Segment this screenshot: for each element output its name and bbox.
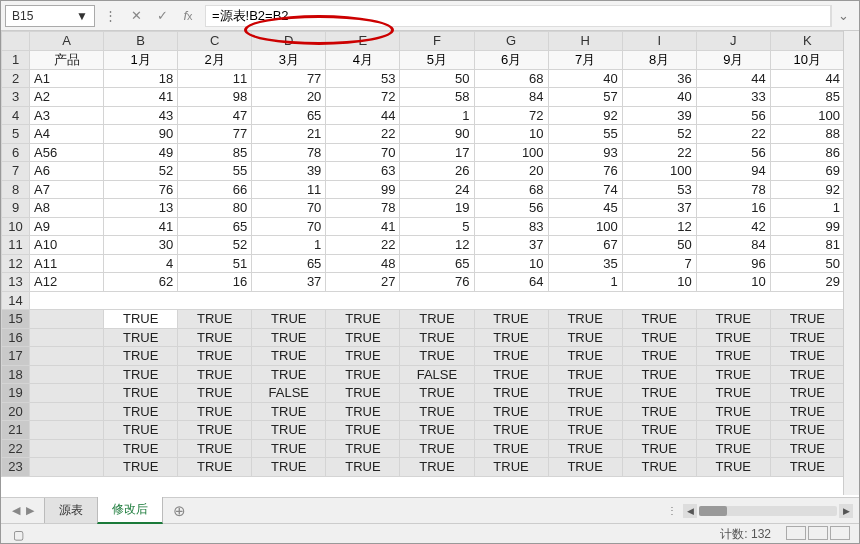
cell[interactable]: A7	[30, 180, 104, 199]
cell[interactable]: 10	[474, 254, 548, 273]
cell[interactable]: TRUE	[474, 365, 548, 384]
scroll-right-icon[interactable]: ▶	[839, 504, 853, 518]
cell[interactable]: 100	[474, 143, 548, 162]
row-header[interactable]: 3	[2, 88, 30, 107]
cell[interactable]: 12	[400, 236, 474, 255]
cell[interactable]: TRUE	[326, 347, 400, 366]
cell[interactable]: 22	[696, 125, 770, 144]
cell[interactable]: TRUE	[178, 384, 252, 403]
cell[interactable]: TRUE	[770, 421, 844, 440]
cell[interactable]: 8月	[622, 50, 696, 69]
cell[interactable]: 68	[474, 180, 548, 199]
chevron-right-icon[interactable]: ▶	[26, 504, 34, 517]
cell[interactable]: 98	[178, 88, 252, 107]
cell[interactable]: TRUE	[400, 384, 474, 403]
cell[interactable]: TRUE	[622, 384, 696, 403]
cell[interactable]: 26	[400, 162, 474, 181]
cell[interactable]: TRUE	[622, 365, 696, 384]
row-header[interactable]: 8	[2, 180, 30, 199]
cell[interactable]: TRUE	[622, 458, 696, 477]
cell[interactable]: TRUE	[548, 458, 622, 477]
cell[interactable]: TRUE	[326, 439, 400, 458]
cell[interactable]: TRUE	[770, 328, 844, 347]
cell[interactable]: TRUE	[474, 458, 548, 477]
enter-icon[interactable]: ✓	[151, 5, 173, 27]
cell[interactable]: TRUE	[548, 384, 622, 403]
cell[interactable]: 7	[622, 254, 696, 273]
cell[interactable]: 6月	[474, 50, 548, 69]
cell[interactable]: 76	[400, 273, 474, 292]
cell[interactable]: 88	[770, 125, 844, 144]
cell[interactable]: TRUE	[770, 402, 844, 421]
cell[interactable]: 22	[622, 143, 696, 162]
cell[interactable]: 52	[178, 236, 252, 255]
cell[interactable]: TRUE	[622, 402, 696, 421]
cell[interactable]: 77	[252, 69, 326, 88]
cell[interactable]: TRUE	[696, 365, 770, 384]
row-header[interactable]: 17	[2, 347, 30, 366]
cell[interactable]: A2	[30, 88, 104, 107]
cell[interactable]: TRUE	[474, 439, 548, 458]
cell[interactable]: TRUE	[178, 310, 252, 329]
cell[interactable]: 76	[548, 162, 622, 181]
cell[interactable]: 70	[326, 143, 400, 162]
cell[interactable]: 9月	[696, 50, 770, 69]
cell[interactable]: A4	[30, 125, 104, 144]
cell[interactable]: A12	[30, 273, 104, 292]
formula-input[interactable]: =源表!B2=B2	[205, 5, 831, 27]
cell[interactable]: 78	[696, 180, 770, 199]
col-header[interactable]: C	[178, 32, 252, 51]
cell[interactable]: 27	[326, 273, 400, 292]
cell[interactable]: 64	[474, 273, 548, 292]
cell[interactable]: 10	[474, 125, 548, 144]
cancel-icon[interactable]: ✕	[125, 5, 147, 27]
cell[interactable]: 67	[548, 236, 622, 255]
cell[interactable]: 100	[548, 217, 622, 236]
cell[interactable]: 57	[548, 88, 622, 107]
col-header[interactable]: J	[696, 32, 770, 51]
cell[interactable]: TRUE	[326, 328, 400, 347]
col-header[interactable]: H	[548, 32, 622, 51]
cell[interactable]: 产品	[30, 50, 104, 69]
cell[interactable]: 47	[178, 106, 252, 125]
cell[interactable]	[30, 291, 859, 310]
cell[interactable]: 69	[770, 162, 844, 181]
row-header[interactable]: 10	[2, 217, 30, 236]
cell[interactable]: TRUE	[622, 421, 696, 440]
cell[interactable]: TRUE	[696, 439, 770, 458]
cell[interactable]: 1	[548, 273, 622, 292]
cell[interactable]: 40	[548, 69, 622, 88]
cell[interactable]: 50	[770, 254, 844, 273]
cell[interactable]	[30, 384, 104, 403]
col-header[interactable]: I	[622, 32, 696, 51]
cell[interactable]: TRUE	[622, 347, 696, 366]
cell[interactable]: TRUE	[400, 458, 474, 477]
col-header[interactable]: E	[326, 32, 400, 51]
cell[interactable]: 53	[326, 69, 400, 88]
cell[interactable]	[30, 421, 104, 440]
scroll-thumb[interactable]	[699, 506, 727, 516]
cell[interactable]: 1	[252, 236, 326, 255]
cell[interactable]: 70	[252, 199, 326, 218]
cell[interactable]: TRUE	[252, 365, 326, 384]
cell[interactable]: 11	[178, 69, 252, 88]
cell[interactable]: 41	[104, 217, 178, 236]
cell[interactable]: 53	[622, 180, 696, 199]
cell[interactable]: 35	[548, 254, 622, 273]
cell[interactable]: 5	[400, 217, 474, 236]
row-header[interactable]: 20	[2, 402, 30, 421]
cell[interactable]: TRUE	[326, 421, 400, 440]
cell[interactable]: 10	[696, 273, 770, 292]
col-header[interactable]: F	[400, 32, 474, 51]
cell[interactable]: 30	[104, 236, 178, 255]
cell[interactable]	[30, 439, 104, 458]
view-buttons[interactable]	[785, 526, 851, 543]
cell[interactable]: 99	[770, 217, 844, 236]
cell[interactable]: TRUE	[178, 328, 252, 347]
cell[interactable]: TRUE	[104, 458, 178, 477]
cell[interactable]	[30, 328, 104, 347]
cell[interactable]: 65	[252, 106, 326, 125]
view-break-icon[interactable]	[830, 526, 850, 540]
cell[interactable]: TRUE	[696, 347, 770, 366]
row-header[interactable]: 12	[2, 254, 30, 273]
